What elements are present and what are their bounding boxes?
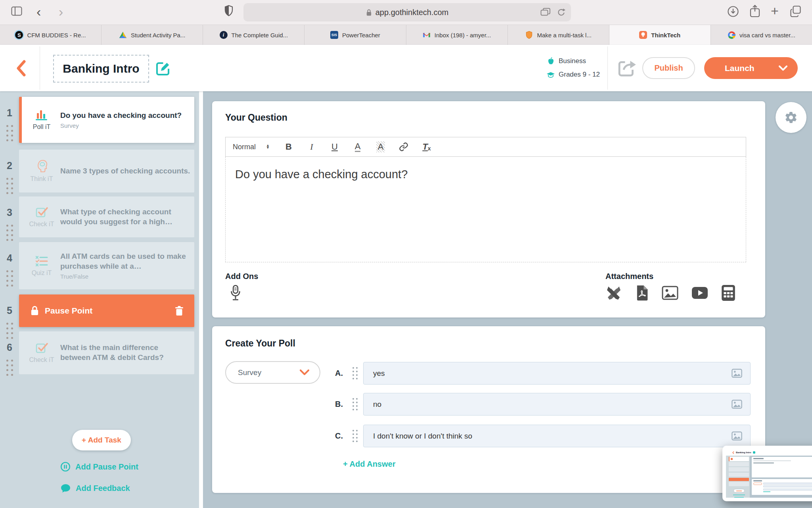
drag-handle[interactable] xyxy=(6,360,13,376)
poll-it-icon xyxy=(34,109,49,121)
answer-letter: B. xyxy=(335,400,347,409)
addons-heading: Add Ons xyxy=(225,272,258,281)
tab-cfm-buddies[interactable]: S CFM BUDDIES - Re... xyxy=(0,25,102,45)
publish-button[interactable]: Publish xyxy=(642,57,695,79)
answer-text: no xyxy=(373,400,381,409)
add-image-icon[interactable] xyxy=(732,369,742,378)
question-text-editor[interactable]: Do you have a checking account? xyxy=(225,157,746,262)
task-item-3[interactable]: 3 Check iT What type of checking account… xyxy=(0,196,194,237)
forward-icon[interactable]: › xyxy=(59,5,63,18)
task-item-2[interactable]: 2 Think iT Name 3 types of checking acco… xyxy=(0,150,194,192)
lock-icon xyxy=(366,9,372,16)
share-lesson-icon[interactable] xyxy=(617,58,636,78)
poll-panel: Create Your Poll Survey A. yes B. no xyxy=(212,326,765,493)
task-subtitle: Survey xyxy=(60,122,190,129)
lesson-title[interactable]: Banking Intro xyxy=(53,55,149,83)
calculator-attachment-icon[interactable] xyxy=(721,285,735,301)
tab-inbox[interactable]: Inbox (198) - amyer... xyxy=(406,25,508,45)
task-item-6[interactable]: 6 Check iT What is the main difference b… xyxy=(0,331,194,374)
drag-handle[interactable] xyxy=(6,125,13,141)
task-number: 4 xyxy=(7,252,12,264)
task-number: 6 xyxy=(7,342,12,353)
image-attachment-icon[interactable] xyxy=(662,286,678,300)
add-feedback-button[interactable]: Add Feedback xyxy=(60,483,130,493)
answer-letter: A. xyxy=(335,369,347,378)
answer-input-a[interactable]: yes xyxy=(363,362,751,385)
task-number: 1 xyxy=(7,107,12,119)
drag-handle[interactable] xyxy=(6,225,13,241)
pause-point-item[interactable]: 5 Pause Point xyxy=(0,294,194,327)
answer-letter: C. xyxy=(335,431,347,441)
task-title: What is the main difference between ATM … xyxy=(60,343,190,362)
trash-icon[interactable] xyxy=(174,306,184,316)
sidebar-scroll-track[interactable] xyxy=(199,91,203,508)
back-button[interactable] xyxy=(16,60,26,77)
tab-thinktech[interactable]: ThinkTech xyxy=(609,25,711,45)
drag-handle[interactable] xyxy=(352,367,358,379)
privacy-shield-icon[interactable] xyxy=(224,5,233,17)
graduation-cap-icon xyxy=(546,71,555,78)
tab-label: ThinkTech xyxy=(651,32,680,38)
tab-complete-guide[interactable]: i The Complete Guid... xyxy=(203,25,304,45)
answer-input-b[interactable]: no xyxy=(363,393,751,416)
grades-label: Grades 9 - 12 xyxy=(559,71,600,79)
launch-label: Launch xyxy=(725,64,755,73)
edit-title-icon[interactable] xyxy=(156,61,171,76)
task-item-4[interactable]: 4 Quiz iT All ATM cards can be used to m… xyxy=(0,242,194,289)
bold-button[interactable]: B xyxy=(277,142,300,152)
record-audio-icon[interactable] xyxy=(230,285,241,302)
poll-heading: Create Your Poll xyxy=(225,338,295,349)
divider xyxy=(607,46,608,90)
drag-handle[interactable] xyxy=(6,178,13,194)
task-title: All ATM cards can be used to make purcha… xyxy=(60,252,190,271)
screen: ‹ › app.gothinktech.com + xyxy=(0,0,812,508)
task-type-label: Check iT xyxy=(29,221,54,228)
downloads-icon[interactable] xyxy=(727,6,739,17)
youtube-attachment-icon[interactable] xyxy=(691,287,708,299)
share-icon[interactable] xyxy=(749,4,760,18)
pdf-attachment-icon[interactable] xyxy=(635,285,649,301)
clear-format-button[interactable]: Tx xyxy=(415,142,438,152)
tab-multitask[interactable]: Make a multi-task l... xyxy=(508,25,609,45)
tab-powerteacher[interactable]: SIS PowerTeacher xyxy=(304,25,406,45)
sidebar-toggle-icon[interactable] xyxy=(11,6,22,16)
tab-group-icon[interactable] xyxy=(540,8,551,17)
tab-overview-icon[interactable] xyxy=(790,5,802,17)
google-icon xyxy=(728,31,735,39)
task-number: 5 xyxy=(7,305,12,316)
tab-visa-vs-master[interactable]: visa card vs master... xyxy=(711,25,812,45)
address-bar[interactable]: app.gothinktech.com xyxy=(243,3,571,21)
pause-circle-icon xyxy=(60,462,71,472)
drag-handle[interactable] xyxy=(352,430,358,442)
add-image-icon[interactable] xyxy=(732,400,742,409)
tab-student-activity[interactable]: Student Activity Pa... xyxy=(102,25,203,45)
text-color-button[interactable]: A xyxy=(346,142,369,152)
italic-button[interactable]: I xyxy=(300,142,323,152)
drag-handle[interactable] xyxy=(352,398,358,410)
link-button[interactable] xyxy=(392,142,415,152)
task-item-1[interactable]: 1 Poll iT Do you have a checking account… xyxy=(0,97,194,143)
draw-tools-icon[interactable] xyxy=(605,285,622,301)
underline-button[interactable]: U xyxy=(323,142,346,152)
question-panel: Your Question Normal ▲▼ B I U A A Tx xyxy=(212,101,765,318)
answer-input-c[interactable]: I don't know or I don't think so xyxy=(363,425,751,447)
tab-label: Inbox (198) - amyer... xyxy=(435,32,491,38)
poll-type-select[interactable]: Survey xyxy=(225,361,320,384)
paragraph-style-select[interactable]: Normal ▲▼ xyxy=(226,143,277,151)
add-image-icon[interactable] xyxy=(732,431,742,441)
new-tab-icon[interactable]: + xyxy=(771,3,779,19)
launch-button[interactable]: Launch xyxy=(704,57,798,79)
add-pause-point-button[interactable]: Add Pause Point xyxy=(60,462,138,472)
add-task-button[interactable]: + Add Task xyxy=(72,430,131,450)
highlight-button[interactable]: A xyxy=(369,141,392,152)
settings-gear-button[interactable] xyxy=(776,102,806,133)
reload-icon[interactable] xyxy=(557,8,565,17)
screenshot-preview-thumbnail[interactable]: Banking Intro xyxy=(722,446,812,501)
add-answer-button[interactable]: + Add Answer xyxy=(343,460,395,469)
back-icon[interactable]: ‹ xyxy=(36,5,41,18)
answer-row-a: A. yes xyxy=(335,362,751,385)
drag-handle[interactable] xyxy=(6,270,13,287)
gmail-icon xyxy=(423,31,431,39)
task-sidebar: 1 Poll iT Do you have a checking account… xyxy=(0,91,203,508)
google-drive-icon xyxy=(119,31,127,39)
